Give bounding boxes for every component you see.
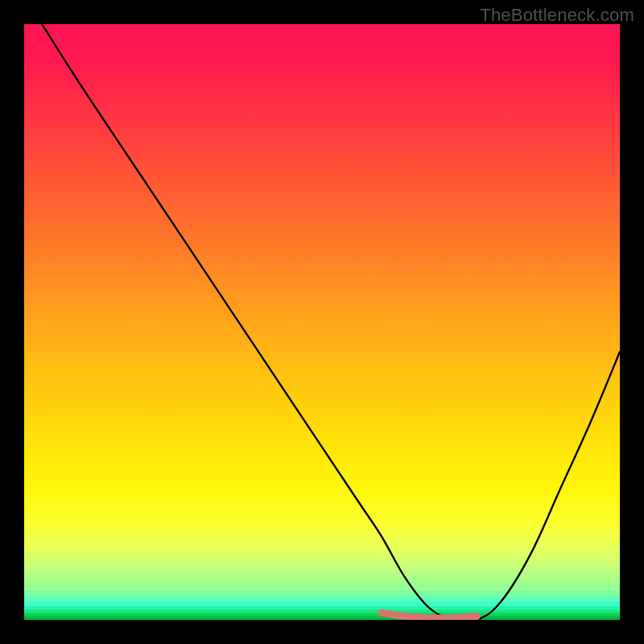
- plot-area: [24, 24, 620, 620]
- chart-frame: TheBottleneck.com: [0, 0, 644, 644]
- curve-svg: [24, 24, 620, 620]
- watermark-text: TheBottleneck.com: [480, 5, 634, 26]
- bottleneck-curve: [42, 24, 620, 620]
- optimal-band: [382, 613, 477, 618]
